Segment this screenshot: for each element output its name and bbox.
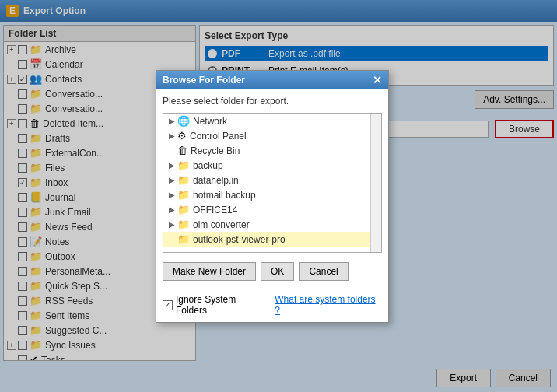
tree-item-network[interactable]: ▶ 🌐 Network [163,114,370,128]
modal-title: Browse For Folder [163,75,245,86]
tree-expand[interactable]: ▶ [166,205,177,215]
folder-tree[interactable]: ▶ 🌐 Network ▶ ⚙ Control Panel 🗑 Rec [163,114,370,252]
browse-folder-modal: Browse For Folder ✕ Please select folder… [156,70,389,323]
controlpanel-icon: ⚙ [177,130,187,142]
tree-expand[interactable]: ▶ [166,190,177,201]
folder-icon: 📁 [177,159,190,171]
network-icon: 🌐 [177,115,190,127]
modal-cancel-button[interactable]: Cancel [299,262,348,281]
what-are-system-folders-link[interactable]: What are system folders ? [275,294,382,316]
modal-checkbox-row: Ignore System Folders What are system fo… [163,289,382,316]
tree-item-datahelpin[interactable]: ▶ 📁 datahelp.in [163,173,370,187]
folder-icon: 📁 [177,233,190,245]
tree-container: ▶ 🌐 Network ▶ ⚙ Control Panel 🗑 Rec [163,113,382,253]
modal-instruction: Please select folder for export. [163,96,382,107]
modal-footer: Make New Folder OK Cancel [163,259,382,284]
folder-icon: 📁 [177,219,190,230]
ignore-system-folders-label: Ignore System Folders [176,294,268,316]
tree-expand[interactable]: ▶ [166,175,177,186]
modal-close-button[interactable]: ✕ [373,74,382,86]
modal-overlay: Browse For Folder ✕ Please select folder… [0,0,557,392]
tree-scrollbar[interactable] [370,114,381,252]
folder-icon: 📁 [177,189,190,201]
tree-item-controlpanel[interactable]: ▶ ⚙ Control Panel [163,128,370,143]
tree-expand[interactable]: ▶ [166,219,177,230]
tree-expand[interactable]: ▶ [166,131,177,142]
make-new-folder-button[interactable]: Make New Folder [163,262,256,281]
tree-expand[interactable]: ▶ [166,116,177,127]
tree-item-backup[interactable]: ▶ 📁 backup [163,158,370,173]
tree-item-hotmail[interactable]: ▶ 📁 hotmail backup [163,187,370,202]
folder-icon: 📁 [177,204,190,215]
modal-ok-button[interactable]: OK [261,262,294,281]
tree-item-office14[interactable]: ▶ 📁 OFFICE14 [163,202,370,217]
tree-expand[interactable]: ▶ [166,160,177,171]
tree-item-outlookpst[interactable]: 📁 outlook-pst-viewer-pro [163,232,370,247]
modal-body: Please select folder for export. ▶ 🌐 Net… [156,89,388,322]
tree-item-olm[interactable]: ▶ 📁 olm converter [163,217,370,232]
ignore-system-folders-checkbox[interactable] [163,300,173,310]
tree-item-recycle[interactable]: 🗑 Recycle Bin [163,143,370,158]
trash-icon: 🗑 [177,145,187,156]
folder-icon: 📁 [177,174,190,186]
modal-title-bar: Browse For Folder ✕ [156,71,388,89]
